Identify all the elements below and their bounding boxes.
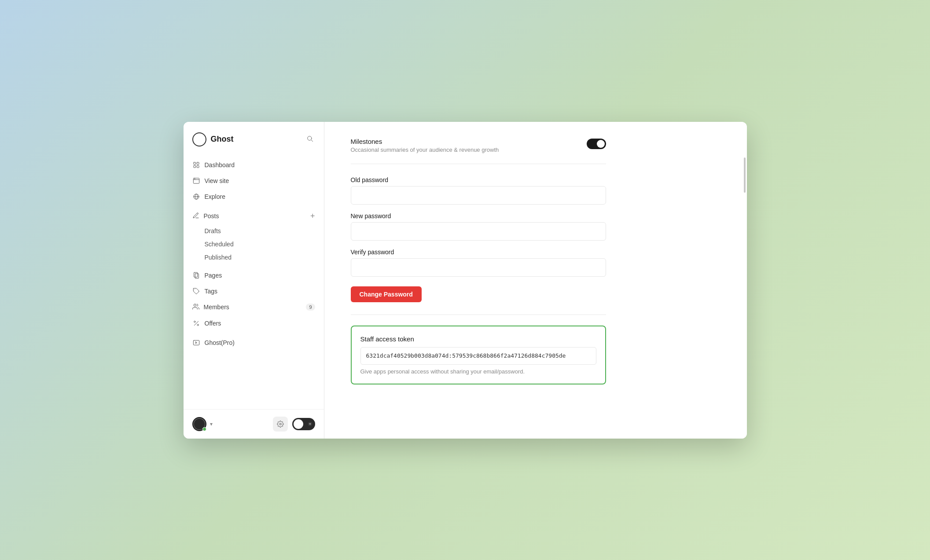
verify-password-label: Verify password (351, 249, 606, 256)
dark-mode-toggle[interactable] (292, 418, 315, 430)
milestones-description: Occasional summaries of your audience & … (351, 146, 499, 153)
sidebar-item-members[interactable]: Members 9 (184, 299, 324, 315)
sidebar-item-label: Offers (205, 320, 221, 327)
sidebar-item-view-site[interactable]: View site (184, 173, 324, 189)
avatar (192, 417, 206, 431)
sidebar-nav: Dashboard View site (184, 154, 324, 409)
sidebar-item-label: Explore (205, 193, 225, 200)
token-input[interactable] (360, 347, 596, 365)
logo-circle-icon (192, 132, 206, 146)
svg-rect-12 (194, 272, 197, 277)
svg-rect-3 (197, 162, 199, 165)
posts-label: Posts (204, 212, 219, 220)
svg-point-17 (194, 321, 195, 322)
members-badge: 9 (306, 304, 315, 311)
divider-2 (351, 315, 606, 315)
new-password-input[interactable] (351, 222, 606, 241)
milestones-setting: Milestones Occasional summaries of your … (351, 131, 606, 160)
svg-line-16 (194, 321, 198, 325)
gear-icon (277, 421, 284, 428)
svg-point-18 (197, 324, 198, 326)
sidebar-item-posts[interactable]: Posts + (184, 208, 324, 224)
offers-icon (192, 319, 200, 327)
old-password-input[interactable] (351, 186, 606, 205)
sidebar-item-published[interactable]: Published (205, 251, 324, 264)
password-section: Old password New password Verify passwor… (351, 168, 606, 311)
dashboard-icon (192, 161, 200, 169)
search-button[interactable] (305, 133, 315, 145)
search-icon (306, 135, 313, 142)
svg-rect-5 (197, 165, 199, 168)
user-menu[interactable]: ▾ (192, 417, 213, 431)
online-indicator (202, 427, 206, 431)
svg-rect-4 (194, 165, 196, 168)
tags-icon (192, 287, 200, 295)
app-window: Ghost Dashboar (184, 122, 747, 439)
svg-rect-13 (195, 274, 198, 278)
verify-password-input[interactable] (351, 258, 606, 277)
milestones-toggle[interactable] (587, 139, 606, 149)
ghost-pro-icon (192, 339, 200, 347)
sidebar-item-pages[interactable]: Pages (184, 267, 324, 283)
ghost-pro-label: Ghost(Pro) (205, 339, 235, 346)
scrollbar-thumb (744, 157, 746, 193)
sidebar-header: Ghost (184, 122, 324, 154)
sidebar-item-label: View site (205, 177, 229, 184)
divider (351, 164, 606, 164)
add-post-icon[interactable]: + (310, 212, 315, 220)
svg-point-20 (279, 423, 281, 425)
svg-line-1 (311, 140, 313, 142)
change-password-button[interactable]: Change Password (351, 286, 422, 302)
sidebar-footer: ▾ (184, 409, 324, 439)
svg-rect-6 (193, 178, 199, 183)
content-area: Milestones Occasional summaries of your … (324, 122, 632, 402)
svg-rect-2 (194, 162, 196, 165)
chevron-down-icon: ▾ (210, 421, 213, 427)
sidebar-item-label: Dashboard (205, 161, 235, 168)
sidebar-logo[interactable]: Ghost (192, 132, 234, 146)
token-hint: Give apps personal access without sharin… (360, 368, 596, 375)
svg-rect-19 (193, 340, 199, 345)
sidebar-item-drafts[interactable]: Drafts (205, 224, 324, 238)
staff-token-card: Staff access token Give apps personal ac… (351, 326, 606, 384)
new-password-label: New password (351, 212, 606, 220)
sidebar-item-scheduled[interactable]: Scheduled (205, 238, 324, 251)
new-password-group: New password (351, 212, 606, 241)
sidebar-item-offers[interactable]: Offers (184, 315, 324, 331)
old-password-label: Old password (351, 176, 606, 183)
pages-icon (192, 271, 200, 279)
old-password-group: Old password (351, 176, 606, 205)
sidebar-item-explore[interactable]: Explore (184, 189, 324, 205)
verify-password-group: Verify password (351, 249, 606, 277)
posts-sub-nav: Drafts Scheduled Published (184, 224, 324, 264)
sidebar-item-dashboard[interactable]: Dashboard (184, 157, 324, 173)
sidebar-item-label: Pages (205, 272, 222, 279)
posts-icon (192, 212, 199, 220)
milestones-title: Milestones (351, 138, 499, 145)
sidebar-item-tags[interactable]: Tags (184, 283, 324, 299)
members-label: Members (204, 304, 229, 311)
scrollbar[interactable] (743, 157, 746, 403)
sidebar: Ghost Dashboar (184, 122, 324, 439)
explore-icon (192, 193, 200, 201)
settings-button[interactable] (273, 417, 288, 432)
toggle-knob (294, 419, 303, 429)
svg-point-0 (307, 136, 311, 140)
sidebar-item-ghost-pro[interactable]: Ghost(Pro) (184, 335, 324, 351)
members-icon (192, 303, 199, 311)
svg-point-15 (194, 304, 196, 306)
main-content: Milestones Occasional summaries of your … (324, 122, 747, 439)
sidebar-item-label: Tags (205, 288, 218, 295)
token-title: Staff access token (360, 335, 596, 343)
view-site-icon (192, 177, 200, 185)
app-title: Ghost (211, 135, 234, 144)
